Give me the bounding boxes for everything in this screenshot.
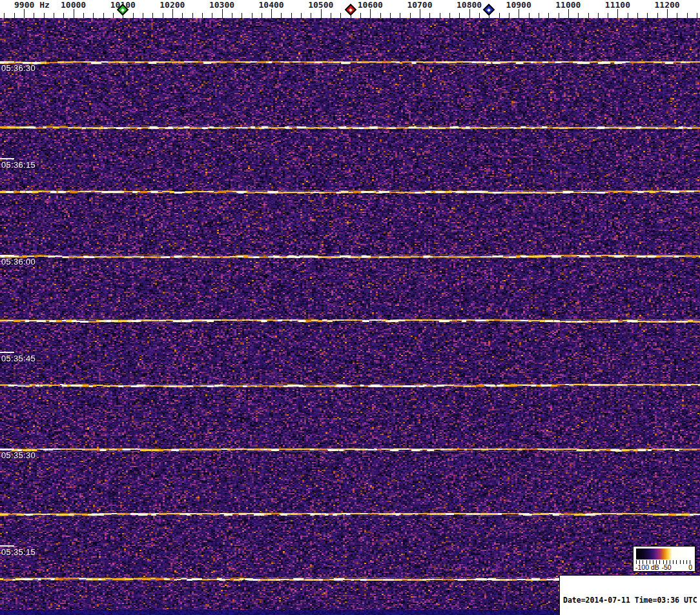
freq-tick [291,13,292,18]
time-tick-mark [0,449,14,450]
freq-tick-label: 11000 [555,0,581,10]
freq-tick [172,9,173,18]
time-tick-mark [0,255,14,256]
freq-tick [578,13,579,18]
freq-tick-label: 10200 [160,0,185,10]
freq-tick [509,13,510,18]
freq-tick [360,13,361,18]
freq-tick [539,13,539,18]
spectrum-waterfall-app: 9900 Hz100001010010200103001040010500106… [0,0,700,615]
freq-tick [74,9,74,18]
freq-tick [182,13,183,18]
freq-tick [331,13,331,18]
freq-tick [271,9,272,18]
freq-tick-label: 10400 [259,0,284,10]
freq-tick [192,13,193,18]
freq-tick [321,9,322,18]
colorbar-gradient [636,549,692,560]
freq-tick [469,9,470,18]
freq-tick [232,13,232,18]
freq-tick [370,9,371,18]
time-tick-mark [0,158,14,159]
time-tick-mark [0,545,14,547]
freq-tick [340,13,341,18]
freq-tick [559,13,559,18]
colorbar-label-max: 0 [688,563,692,571]
info-line-date: Date=2014-07-11 Time=03:36 UTC [563,596,700,605]
marker-center-dot [487,8,491,12]
colorbar-label-min: -100 dB [635,563,659,571]
freq-tick [44,13,45,18]
freq-tick [440,13,440,18]
freq-tick-label: 10900 [506,0,531,10]
freq-tick [548,13,549,18]
freq-tick [54,13,54,18]
marker-red-diamond[interactable] [344,4,356,15]
colorbar-label-mid: -50 [661,563,671,571]
freq-tick [529,13,530,18]
time-label: 05:35:15 [1,547,36,557]
freq-tick [380,13,381,18]
freq-tick [617,9,618,18]
freq-tick [252,13,252,18]
freq-tick [637,13,638,18]
freq-tick [24,9,25,18]
freq-tick [519,9,519,18]
freq-tick-label: 9900 Hz [14,0,50,10]
freq-tick [677,13,677,18]
freq-tick [400,13,400,18]
freq-tick-label: 10800 [457,0,482,10]
freq-tick [163,13,163,18]
freq-tick [608,13,608,18]
marker-center-dot [349,8,353,12]
freq-tick [63,13,64,18]
freq-tick [410,13,411,18]
info-panel: Date=2014-07-11 Time=03:36 UTC Freq=143 … [559,575,700,615]
freq-tick [479,13,480,18]
freq-tick-label: 10000 [61,0,86,10]
freq-tick [212,13,212,18]
freq-tick [697,13,697,18]
freq-tick [628,13,628,18]
freq-tick [262,13,262,18]
freq-tick [588,13,589,18]
freq-tick [14,13,15,18]
freq-tick [281,13,282,18]
time-label: 05:36:30 [1,63,36,73]
freq-tick [222,9,223,18]
colorbar-labels: -100 dB -50 0 [635,563,693,571]
freq-tick [133,13,134,18]
freq-tick [202,13,203,18]
freq-tick [687,13,688,18]
freq-tick [113,13,114,18]
time-label: 05:36:15 [1,160,36,170]
freq-tick-label: 10700 [407,0,432,10]
spectrogram-canvas [0,18,700,615]
frequency-axis: 9900 Hz100001010010200103001040010500106… [0,0,700,18]
freq-tick [459,13,460,18]
freq-tick-label: 11100 [605,0,630,10]
freq-tick [34,13,34,18]
freq-tick-label: 11200 [654,0,679,10]
freq-tick [647,13,648,18]
freq-tick [103,13,104,18]
marker-blue-diamond[interactable] [483,4,495,15]
freq-tick [311,13,311,18]
freq-tick [420,9,420,18]
freq-tick [4,13,5,18]
colorbar: -100 dB -50 0 [633,546,695,572]
freq-tick [390,13,391,18]
freq-tick [667,9,668,18]
freq-tick [568,9,569,18]
freq-tick [152,13,153,18]
freq-tick [499,13,500,18]
time-label: 05:36:00 [1,257,36,267]
time-label: 05:35:30 [1,450,36,460]
freq-tick [83,13,84,18]
time-tick-mark [0,61,14,63]
freq-tick-label: 10300 [209,0,234,10]
freq-tick-label: 10500 [308,0,333,10]
freq-tick [301,13,302,18]
time-label: 05:35:45 [1,354,36,363]
freq-tick [598,13,599,18]
